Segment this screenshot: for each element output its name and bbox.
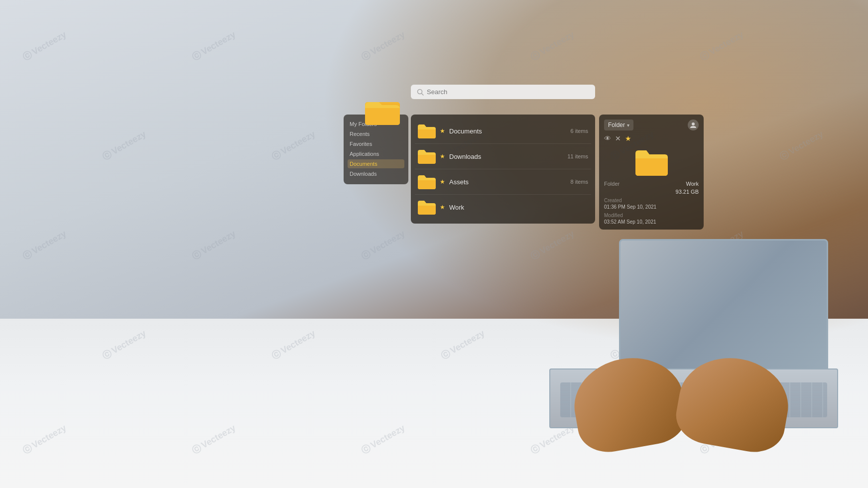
search-bar	[411, 85, 595, 99]
file-count-documents: 6 items	[571, 128, 588, 134]
detail-type-value: Work	[686, 181, 699, 187]
file-list-panel: ★ Documents 6 items ★ Downloads 11 items	[411, 115, 595, 224]
sidebar-item-downloads[interactable]: Downloads	[348, 169, 404, 178]
folder-icon-assets	[418, 174, 436, 189]
right-hand	[672, 350, 795, 457]
star-active-icon[interactable]: ★	[625, 134, 631, 142]
sidebar-item-documents[interactable]: Documents	[348, 159, 404, 168]
folder-icon-downloads	[418, 149, 436, 164]
file-name-downloads: Downloads	[449, 153, 563, 160]
folder-icon-work	[418, 200, 436, 215]
left-hand	[567, 350, 691, 457]
folder-icon-documents	[418, 123, 436, 138]
detail-info: Folder Work 93.21 GB Created 01:36 PM Se…	[604, 181, 699, 225]
close-icon[interactable]: ✕	[615, 134, 621, 142]
file-row-downloads[interactable]: ★ Downloads 11 items	[415, 144, 591, 169]
file-row-assets[interactable]: ★ Assets 8 items	[415, 169, 591, 195]
svg-point-4	[692, 122, 695, 125]
file-count-downloads: 11 items	[567, 153, 588, 159]
search-icon	[417, 89, 424, 96]
sidebar-item-favorites[interactable]: Favorites	[348, 139, 404, 148]
file-row-work[interactable]: ★ Work	[415, 195, 591, 220]
detail-modified-value: 03:52 AM Sep 10, 2021	[604, 219, 699, 225]
detail-created-label: Created	[604, 198, 699, 203]
detail-folder-large	[604, 148, 699, 176]
eye-icon[interactable]: 👁	[604, 134, 611, 142]
detail-modified-label: Modified	[604, 213, 699, 218]
folder-dropdown[interactable]: Folder ▾	[604, 120, 633, 130]
hands-area	[559, 324, 808, 448]
file-name-assets: Assets	[449, 178, 567, 186]
file-name-work: Work	[449, 204, 584, 211]
detail-type-label: Folder	[604, 181, 620, 187]
star-icon-work: ★	[440, 204, 445, 211]
big-folder-icon	[365, 97, 400, 125]
ui-overlay: My Folders Recents Favorites Application…	[344, 100, 652, 289]
svg-line-3	[422, 93, 424, 95]
detail-size-value: 93.21 GB	[676, 189, 699, 195]
search-input-container[interactable]	[411, 85, 595, 99]
action-icons-row: 👁 ✕ ★	[604, 134, 699, 142]
detail-row-size: 93.21 GB	[604, 189, 699, 195]
folder-dropdown-label: Folder	[608, 122, 625, 128]
sidebar-item-applications[interactable]: Applications	[348, 149, 404, 158]
star-icon-downloads: ★	[440, 153, 445, 160]
detail-row-type: Folder Work	[604, 181, 699, 187]
detail-panel: Folder ▾ 👁 ✕ ★	[599, 115, 704, 230]
file-row-documents[interactable]: ★ Documents 6 items	[415, 119, 591, 144]
chevron-down-icon: ▾	[627, 122, 629, 128]
star-icon-documents: ★	[440, 127, 445, 134]
user-avatar[interactable]	[688, 120, 699, 130]
file-count-assets: 8 items	[571, 179, 588, 185]
detail-created-value: 01:36 PM Sep 10, 2021	[604, 204, 699, 210]
star-icon-assets: ★	[440, 178, 445, 185]
sidebar-item-recents[interactable]: Recents	[348, 129, 404, 138]
file-name-documents: Documents	[449, 127, 567, 135]
search-input[interactable]	[427, 88, 589, 96]
detail-header-row: Folder ▾	[604, 120, 699, 130]
